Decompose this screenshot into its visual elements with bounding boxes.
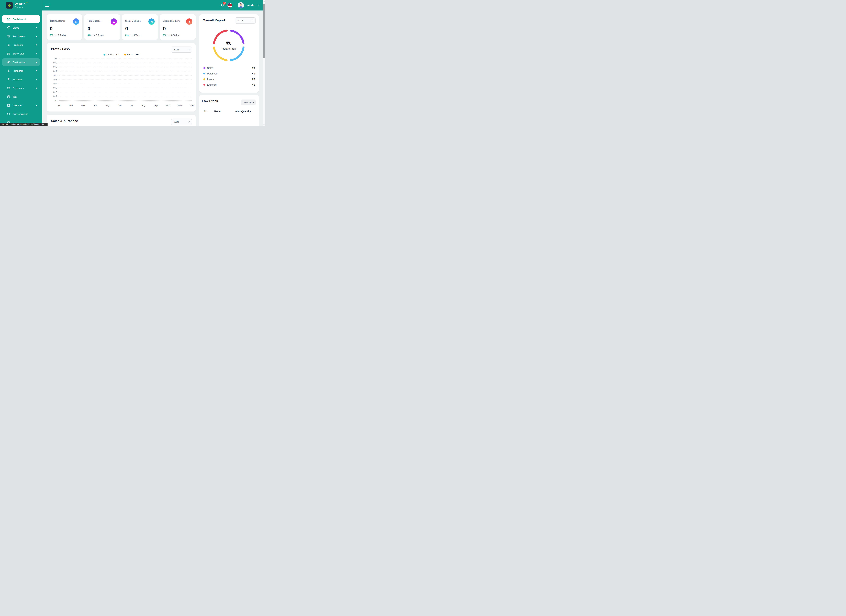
month-label: Aug	[141, 104, 145, 107]
notification-badge: 0	[223, 2, 226, 5]
chevron-right-icon	[35, 78, 37, 80]
sidebar-item-due-list[interactable]: Due List	[2, 101, 40, 109]
sidebar-item-purchases[interactable]: Purchases	[2, 32, 40, 40]
notifications-button[interactable]: 0	[220, 3, 225, 7]
month-label: Nov	[178, 104, 182, 107]
pill-bottle-icon	[7, 43, 10, 47]
sidebar-item-dashboard[interactable]: Dashboard	[2, 15, 40, 23]
scrollbar-thumb[interactable]	[263, 4, 265, 58]
sidebar-item-products[interactable]: Products	[2, 41, 40, 49]
legend-value: ₹0	[252, 83, 255, 86]
legend-row-sales: Sales ₹0	[203, 66, 255, 69]
year-value: 2025	[173, 48, 179, 51]
column-name: Name	[214, 110, 235, 113]
supplier-person-icon	[111, 18, 117, 25]
overall-report-year-select[interactable]: 2025	[235, 18, 256, 24]
hamburger-menu-icon[interactable]	[46, 3, 49, 7]
month-label: Jul	[130, 104, 133, 107]
purchase-dot-icon	[203, 73, 205, 75]
chevron-down-icon[interactable]	[257, 5, 259, 6]
column-sl: SL.	[204, 110, 214, 113]
y-tick: $0.4	[51, 82, 57, 85]
sidebar-item-expenses[interactable]: Expenses	[2, 84, 40, 92]
chevron-down-icon	[251, 19, 253, 21]
stat-card-total-supplier: Total Supplier 0 0% ▲ + 0 Today	[84, 15, 120, 40]
x-axis-months: Jan Feb Mar Apr May Jun Jul Aug Sep Oct …	[57, 104, 194, 107]
chevron-right-icon	[35, 70, 37, 72]
profit-loss-chart: $1 $0.9 $0.8 $0.7 $0.6 $0.5 $0.4 $0.3 $0…	[51, 57, 192, 101]
topbar: 0 Vebrin	[42, 0, 263, 10]
sidebar-item-tax[interactable]: Tax	[2, 93, 40, 100]
profit-loss-year-select[interactable]: 2025	[171, 47, 192, 53]
income-icon: $	[7, 78, 10, 81]
sidebar: Vebrin ✦ Pharmacy Dashboard Sales Purcha…	[0, 0, 42, 126]
stat-today: + 0 Today	[94, 34, 104, 37]
chevron-down-icon	[188, 121, 189, 122]
stat-title: Stock Medicine	[125, 20, 141, 22]
sidebar-item-label: Products	[13, 44, 23, 46]
profit-loss-title: Profit / Loss	[51, 47, 191, 51]
sidebar-item-incomes[interactable]: $ Incomes	[2, 76, 40, 83]
year-value: 2025	[173, 121, 179, 123]
profit-dot-icon	[104, 54, 106, 56]
scroll-up-arrow-icon[interactable]	[263, 1, 265, 2]
y-tick: $0.8	[51, 66, 57, 68]
overall-report-card: Overall Report 2025 ₹0 Today's Profit Sa…	[199, 15, 259, 93]
brand-name: Vebrin	[15, 2, 25, 6]
topbar-actions: 0 Vebrin	[220, 3, 259, 8]
home-icon	[7, 17, 10, 21]
stat-percent: 0%	[163, 34, 166, 37]
legend-label: Profit :	[107, 53, 113, 56]
stat-value: 0	[163, 26, 192, 31]
legend-value: ₹0	[252, 72, 255, 75]
brand-tagline: Pharmacy	[15, 6, 25, 8]
customers-group-icon	[73, 18, 79, 25]
y-tick: $0.6	[51, 74, 57, 76]
chevron-right-icon	[35, 104, 37, 106]
sales-purchase-year-select[interactable]: 2025	[171, 119, 192, 125]
avatar[interactable]	[238, 3, 244, 8]
legend-value: ₹0	[116, 53, 119, 56]
stat-value: 0	[50, 26, 79, 31]
month-label: Oct	[166, 104, 169, 107]
month-label: Apr	[94, 104, 97, 107]
dashboard-page: Vebrin ✦ Pharmacy Dashboard Sales Purcha…	[0, 0, 265, 126]
brand-text: Vebrin ✦ Pharmacy	[15, 2, 25, 8]
sales-dot-icon	[203, 67, 205, 69]
month-label: Jan	[57, 104, 60, 107]
language-flag-icon[interactable]	[228, 3, 232, 7]
sidebar-item-suppliers[interactable]: Suppliers	[2, 67, 40, 75]
chevron-right-icon	[35, 44, 37, 46]
legend-row-income: Income ₹0	[203, 78, 255, 81]
sidebar-item-label: Sales	[13, 26, 19, 29]
legend-row-purchase: Purchase ₹0	[203, 72, 255, 75]
trend-up-icon: ▲	[92, 34, 93, 36]
sales-purchase-card: Sales & purchase 2025	[47, 115, 195, 126]
stat-card-total-customer: Total Customer 0 0% ▲ + 0 Today	[47, 15, 82, 40]
sidebar-item-stock-list[interactable]: Stock List	[2, 50, 40, 57]
sidebar-item-label: Incomes	[13, 78, 22, 81]
view-all-button[interactable]: View All	[241, 100, 256, 106]
sidebar-item-label: Dashboard	[13, 18, 26, 21]
legend-label: Sales	[207, 67, 213, 69]
year-value: 2025	[237, 19, 243, 22]
expired-bottle-icon	[186, 18, 192, 25]
scroll-down-arrow-icon[interactable]	[263, 124, 265, 125]
sidebar-item-subscriptions[interactable]: Subscriptions	[2, 110, 40, 118]
user-name: Vebrin	[247, 4, 254, 7]
legend-label: Expense	[207, 84, 217, 86]
sidebar-item-label: Tax	[13, 95, 16, 98]
sidebar-item-label: Due List	[13, 104, 22, 107]
sidebar-item-customers[interactable]: Customers	[2, 58, 40, 66]
donut-chart: ₹0 Today's Profit	[212, 28, 246, 62]
sidebar-item-sales[interactable]: Sales	[2, 24, 40, 31]
month-label: Jun	[118, 104, 122, 107]
stat-today: + 0 Today	[131, 34, 141, 37]
month-label: Sep	[154, 104, 157, 107]
sparkle-icon: ✦	[26, 2, 28, 4]
vertical-scrollbar[interactable]	[263, 0, 265, 126]
view-all-label: View All	[243, 101, 251, 104]
legend-row-expense: Expense ₹0	[203, 83, 255, 86]
y-tick: $0.5	[51, 78, 57, 80]
tag-icon	[7, 26, 10, 29]
